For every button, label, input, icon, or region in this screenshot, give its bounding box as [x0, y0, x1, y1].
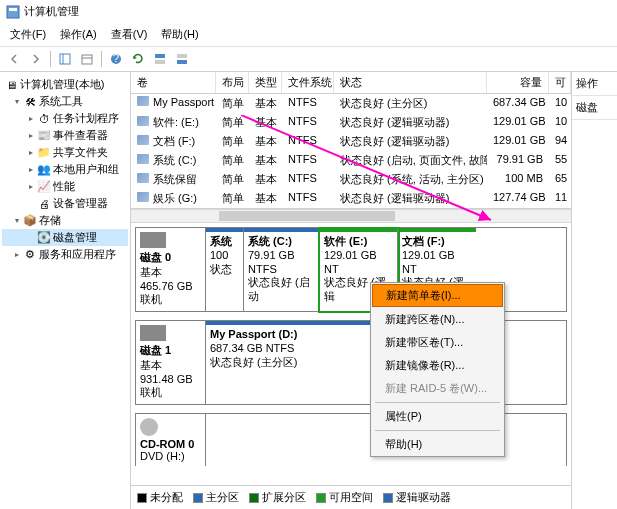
column-headers: 卷 布局 类型 文件系统 状态 容量 可 — [131, 72, 571, 94]
disk-1-header: 磁盘 1 基本 931.48 GB 联机 — [136, 321, 206, 404]
svg-rect-4 — [82, 55, 92, 64]
expand-icon[interactable]: ▸ — [12, 250, 21, 259]
nav-tree: 🖥计算机管理(本地) ▾🛠系统工具 ▸⏱任务计划程序 ▸📰事件查看器 ▸📁共享文… — [0, 72, 131, 509]
legend-free-swatch — [316, 493, 326, 503]
expand-icon[interactable]: ▸ — [26, 165, 35, 174]
expand-icon[interactable]: ▸ — [26, 182, 35, 191]
col-layout[interactable]: 布局 — [216, 72, 249, 93]
ctx-separator — [375, 402, 500, 403]
wrench-icon: 🛠 — [23, 95, 37, 109]
scrollbar-thumb[interactable] — [219, 211, 395, 221]
back-button[interactable] — [4, 49, 24, 69]
ctx-new-raid5-volume: 新建 RAID-5 卷(W)... — [371, 377, 504, 400]
volume-row[interactable]: 系统保留简单基本NTFS状态良好 (系统, 活动, 主分区)100 MB65 — [131, 170, 571, 189]
menubar: 文件(F) 操作(A) 查看(V) 帮助(H) — [0, 23, 617, 47]
collapse-icon[interactable]: ▾ — [12, 97, 21, 106]
meter-icon: 📈 — [37, 180, 51, 194]
view-top-button[interactable] — [150, 49, 170, 69]
h-scrollbar[interactable] — [131, 209, 571, 223]
svg-rect-1 — [9, 8, 17, 11]
svg-text:?: ? — [113, 53, 119, 64]
svg-rect-8 — [155, 54, 165, 58]
actions-title: 操作 — [572, 72, 617, 96]
tree-diskmgmt[interactable]: 💽磁盘管理 — [2, 229, 128, 246]
ctx-properties[interactable]: 属性(P) — [371, 405, 504, 428]
legend-logical-swatch — [383, 493, 393, 503]
legend-ext-swatch — [249, 493, 259, 503]
volume-row[interactable]: 软件: (E:)简单基本NTFS状态良好 (逻辑驱动器)129.01 GB10 — [131, 113, 571, 132]
col-type[interactable]: 类型 — [249, 72, 282, 93]
ctx-new-simple-volume[interactable]: 新建简单卷(I)... — [372, 284, 503, 307]
volume-block[interactable]: 系统100状态 — [206, 228, 244, 311]
ctx-separator — [375, 430, 500, 431]
col-fs[interactable]: 文件系统 — [282, 72, 334, 93]
tree-root[interactable]: 🖥计算机管理(本地) — [2, 76, 128, 93]
users-icon: 👥 — [37, 163, 51, 177]
disk-icon: 💽 — [37, 231, 51, 245]
tree-svcapps[interactable]: ▸⚙服务和应用程序 — [2, 246, 128, 263]
volume-row[interactable]: 文档 (F:)简单基本NTFS状态良好 (逻辑驱动器)129.01 GB94 — [131, 132, 571, 151]
volume-row[interactable]: My Passport (D:)简单基本NTFS状态良好 (主分区)687.34… — [131, 94, 571, 113]
legend-unalloc-swatch — [137, 493, 147, 503]
view-bottom-button[interactable] — [172, 49, 192, 69]
disk-icon — [140, 325, 166, 341]
cdrom-header: CD-ROM 0 DVD (H:) — [136, 414, 206, 466]
col-cap[interactable]: 容量 — [487, 72, 549, 93]
ctx-help[interactable]: 帮助(H) — [371, 433, 504, 456]
context-menu: 新建简单卷(I)... 新建跨区卷(N)... 新建带区卷(T)... 新建镜像… — [370, 282, 505, 457]
legend-primary-swatch — [193, 493, 203, 503]
menu-view[interactable]: 查看(V) — [105, 25, 154, 44]
collapse-icon[interactable]: ▾ — [12, 216, 21, 225]
tree-storage[interactable]: ▾📦存储 — [2, 212, 128, 229]
svg-rect-11 — [177, 60, 187, 64]
tree-scheduler[interactable]: ▸⏱任务计划程序 — [2, 110, 128, 127]
actions-sub[interactable]: 磁盘 — [572, 96, 617, 120]
volume-row[interactable]: 系统 (C:)简单基本NTFS状态良好 (启动, 页面文件, 故障转储, 主分区… — [131, 151, 571, 170]
cdrom-icon — [140, 418, 158, 436]
storage-icon: 📦 — [23, 214, 37, 228]
toolbar: ? — [0, 47, 617, 72]
col-status[interactable]: 状态 — [334, 72, 487, 93]
volume-list: My Passport (D:)简单基本NTFS状态良好 (主分区)687.34… — [131, 94, 571, 209]
menu-file[interactable]: 文件(F) — [4, 25, 52, 44]
tree-users[interactable]: ▸👥本地用户和组 — [2, 161, 128, 178]
tree-systools[interactable]: ▾🛠系统工具 — [2, 93, 128, 110]
clock-icon: ⏱ — [37, 112, 51, 126]
svg-rect-9 — [155, 60, 165, 64]
titlebar: 计算机管理 — [0, 0, 617, 23]
tree-eventvwr[interactable]: ▸📰事件查看器 — [2, 127, 128, 144]
expand-icon[interactable]: ▸ — [26, 131, 35, 140]
ctx-new-mirrored-volume[interactable]: 新建镜像卷(R)... — [371, 354, 504, 377]
forward-button[interactable] — [26, 49, 46, 69]
computer-icon: 🖥 — [4, 78, 18, 92]
log-icon: 📰 — [37, 129, 51, 143]
svg-rect-10 — [177, 54, 187, 58]
properties-button[interactable] — [77, 49, 97, 69]
col-volume[interactable]: 卷 — [131, 72, 216, 93]
expand-icon[interactable]: ▸ — [26, 114, 35, 123]
window-title: 计算机管理 — [24, 4, 79, 19]
device-icon: 🖨 — [37, 197, 51, 211]
menu-action[interactable]: 操作(A) — [54, 25, 103, 44]
refresh-button[interactable] — [128, 49, 148, 69]
volume-row[interactable]: 娱乐 (G:)简单基本NTFS状态良好 (逻辑驱动器)127.74 GB11 — [131, 189, 571, 208]
ctx-new-striped-volume[interactable]: 新建带区卷(T)... — [371, 331, 504, 354]
actions-pane: 操作 磁盘 — [571, 72, 617, 509]
ctx-new-spanned-volume[interactable]: 新建跨区卷(N)... — [371, 308, 504, 331]
tree-perf[interactable]: ▸📈性能 — [2, 178, 128, 195]
show-hide-button[interactable] — [55, 49, 75, 69]
col-free[interactable]: 可 — [549, 72, 571, 93]
gear-icon: ⚙ — [23, 248, 37, 262]
expand-icon[interactable]: ▸ — [26, 148, 35, 157]
svg-rect-2 — [60, 54, 70, 64]
legend: 未分配 主分区 扩展分区 可用空间 逻辑驱动器 — [131, 485, 571, 509]
tree-shared[interactable]: ▸📁共享文件夹 — [2, 144, 128, 161]
disk-icon — [140, 232, 166, 248]
svg-rect-0 — [7, 6, 19, 18]
menu-help[interactable]: 帮助(H) — [155, 25, 204, 44]
volume-block[interactable]: 系统 (C:)79.91 GB NTFS状态良好 (启动 — [244, 228, 320, 311]
help-button[interactable]: ? — [106, 49, 126, 69]
tree-devmgr[interactable]: 🖨设备管理器 — [2, 195, 128, 212]
disk-0-header: 磁盘 0 基本 465.76 GB 联机 — [136, 228, 206, 311]
folder-icon: 📁 — [37, 146, 51, 160]
